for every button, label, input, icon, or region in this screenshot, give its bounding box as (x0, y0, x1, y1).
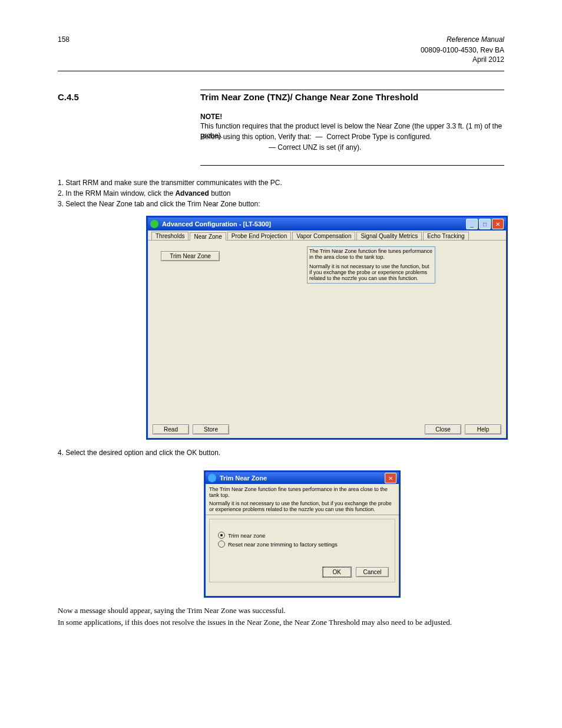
window-title: Advanced Configuration - [LT-5300] (162, 220, 465, 228)
tab-echo-tracking[interactable]: Echo Tracking (423, 232, 468, 240)
doc-title: Reference Manual (447, 35, 504, 44)
note-label: NOTE! (200, 113, 222, 121)
closing-text: In some applications, if this does not r… (58, 618, 503, 627)
closing-text: Now a message should appear, saying the … (58, 606, 503, 615)
maximize-button[interactable] (479, 219, 491, 229)
close-button[interactable]: Close (425, 424, 461, 434)
rule (58, 71, 504, 71)
radio-icon (218, 532, 225, 539)
advanced-config-window: Advanced Configuration - [LT-5300] Thres… (146, 216, 508, 440)
desc-line: The Trim Near Zone function fine tunes p… (309, 249, 433, 261)
step-text: Correct UNZ is set (if any). (277, 143, 361, 151)
rule (200, 90, 504, 90)
description-box: The Trim Near Zone function fine tunes p… (307, 246, 435, 284)
option-trim[interactable]: Trim near zone (218, 532, 386, 539)
trim-near-zone-button[interactable]: Trim Near Zone (161, 251, 220, 261)
section-number: C.4.5 (58, 92, 79, 102)
doc-date: April 2012 (472, 55, 504, 64)
step-text: Before using this option, Verify that: (200, 133, 313, 141)
step-2b: Advanced (175, 189, 209, 197)
app-icon (150, 220, 158, 228)
titlebar: Trim Near Zone (206, 472, 399, 484)
close-button[interactable] (492, 219, 504, 229)
page-number: 158 (58, 35, 70, 44)
step-text: Correct Probe Type is configured. (326, 133, 432, 141)
read-button[interactable]: Read (153, 424, 189, 434)
desc-line: Normally it is not necessary to use the … (309, 264, 433, 282)
help-button[interactable]: Help (465, 424, 501, 434)
radio-icon (218, 541, 225, 548)
tab-strip: Thresholds Near Zone Probe End Projectio… (148, 230, 506, 241)
step-2c: button (211, 189, 230, 197)
tab-near-zone[interactable]: Near Zone (190, 232, 226, 241)
tab-probe-end[interactable]: Probe End Projection (227, 232, 292, 240)
app-icon (208, 474, 216, 482)
trim-near-zone-dialog: Trim Near Zone The Trim Near Zone functi… (204, 470, 401, 598)
step-4: 4. Select the desired option and click t… (58, 448, 220, 457)
section-title: Trim Near Zone (TNZ)/ Change Near Zone T… (200, 92, 418, 102)
dialog-title: Trim Near Zone (220, 475, 384, 482)
line: The Trim Near Zone function fine tunes p… (209, 486, 395, 498)
rule (200, 165, 504, 166)
dialog-text: The Trim Near Zone function fine tunes p… (206, 484, 399, 515)
ok-button[interactable]: OK (323, 567, 351, 577)
option-label: Trim near zone (228, 532, 266, 539)
titlebar: Advanced Configuration - [LT-5300] (148, 218, 506, 230)
option-reset[interactable]: Reset near zone trimming to factory sett… (218, 541, 386, 548)
tab-signal-quality[interactable]: Signal Quality Metrics (356, 232, 422, 240)
step-3: 3. Select the Near Zone tab and click th… (58, 199, 503, 209)
tab-thresholds[interactable]: Thresholds (151, 232, 189, 240)
minimize-button[interactable] (466, 219, 478, 229)
tab-vapor-comp[interactable]: Vapor Compensation (292, 232, 355, 240)
options-panel: Trim near zone Reset near zone trimming … (209, 519, 395, 582)
close-button[interactable] (385, 473, 396, 483)
cancel-button[interactable]: Cancel (356, 567, 389, 577)
tab-panel: Trim Near Zone The Trim Near Zone functi… (148, 241, 506, 417)
store-button[interactable]: Store (193, 424, 229, 434)
line: Normally it is not necessary to use the … (209, 500, 395, 512)
doc-id: 00809-0100-4530, Rev BA (421, 46, 504, 54)
step-2a: 2. In the RRM Main window, click the (58, 189, 175, 197)
step-1: 1. Start RRM and make sure the transmitt… (58, 178, 503, 187)
option-label: Reset near zone trimming to factory sett… (228, 541, 338, 548)
